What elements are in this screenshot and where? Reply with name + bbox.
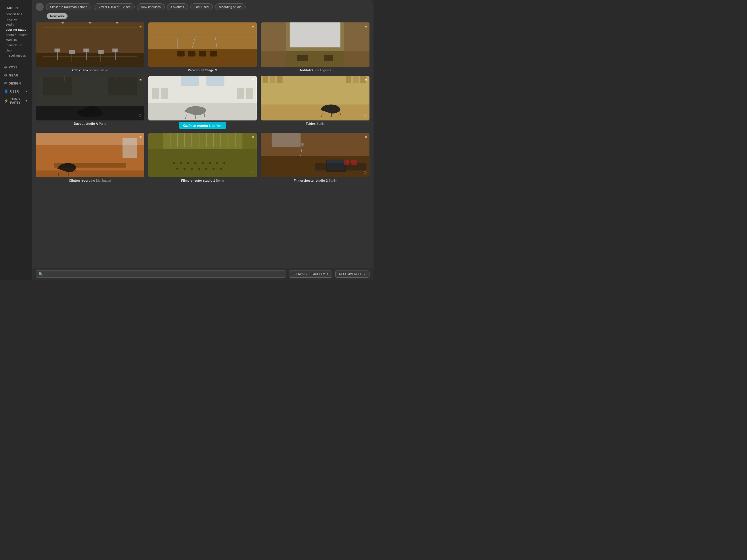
venue-card-kaufman[interactable]: ≡ ♡ Kaufman Astoria New York [148, 76, 257, 129]
svg-rect-10 [98, 50, 104, 54]
svg-point-125 [220, 168, 222, 170]
venue-thumb-todd-ao: ≡ [261, 22, 369, 67]
venue-card-teldex[interactable]: ≡ ♡ Teldex Berlin [261, 76, 369, 129]
search-icon: 🔍 [38, 272, 43, 276]
venue-thumb-filmorchester-1: ≡ ♡ [148, 133, 257, 177]
recommended-button[interactable]: RECOMMENDED ⌄ [335, 270, 369, 278]
back-button[interactable]: ← [36, 3, 44, 11]
showing-default-irs-button[interactable]: SHOWING DEFAULT IRs ⊕ [289, 270, 333, 278]
venue-thumb-20th-fox: ≡ [36, 22, 144, 67]
sidebar-item-design[interactable]: ≋ DESIGN [0, 79, 32, 87]
venue-menu-icon-davout[interactable]: ≡ [139, 78, 142, 82]
filter-bar: ← Similar to Kaufman Astoria Similar RT6… [32, 0, 374, 21]
svg-rect-60 [181, 76, 199, 86]
venue-menu-icon-filmorchester-1[interactable]: ≡ [252, 135, 255, 139]
svg-rect-129 [272, 133, 301, 147]
sidebar-item-user[interactable]: 👤 USER ▼ [0, 87, 32, 96]
svg-point-117 [216, 162, 218, 164]
venue-heart-icon-filmorchester-2[interactable]: ♡ [363, 171, 367, 175]
svg-rect-90 [123, 138, 137, 158]
venue-card-filmorchester-1[interactable]: ≡ ♡ Filmorchester studio 1 Berlin [148, 133, 257, 182]
svg-rect-64 [237, 88, 244, 99]
svg-rect-49 [43, 77, 72, 96]
svg-rect-41 [324, 55, 333, 61]
sidebar-item-scoring-stage[interactable]: scoring stage [0, 27, 32, 32]
svg-rect-8 [83, 49, 89, 52]
svg-rect-100 [163, 133, 242, 149]
filter-similar-kaufman[interactable]: Similar to Kaufman Astoria [46, 3, 92, 10]
svg-text:©: © [128, 177, 131, 177]
music-icon: ♪ [4, 6, 6, 10]
venue-menu-icon-kaufman[interactable]: ≡ [252, 78, 255, 82]
venue-heart-icon-filmorchester-1[interactable]: ♡ [251, 171, 254, 175]
venue-thumb-paramount: ≡ [148, 22, 257, 67]
venue-grid: ≡ 20th c. Fox scoring stage [32, 21, 374, 268]
svg-rect-39 [344, 22, 369, 67]
venue-menu-icon-paramount[interactable]: ≡ [252, 24, 255, 29]
venue-menu-icon-clinton[interactable]: ≡ [139, 135, 142, 139]
svg-rect-27 [210, 51, 217, 57]
sidebar-item-opera-theatre[interactable]: opera & theatre [0, 32, 32, 37]
third-party-chevron-icon: ▼ [25, 100, 28, 102]
recommended-chevron-icon: ⌄ [364, 273, 366, 275]
venue-label-clinton: Clinton recording Manhattan [36, 179, 144, 182]
venue-thumb-clinton: © ≡ [36, 133, 144, 177]
sidebar-item-gear[interactable]: ⚙ GEAR [0, 71, 32, 79]
venue-card-todd-ao[interactable]: ≡ Todd-AO Los Angeles [261, 22, 369, 72]
sidebar-item-stadium[interactable]: stadium [0, 37, 32, 43]
svg-point-121 [190, 168, 193, 170]
venue-heart-icon-teldex[interactable]: ♡ [363, 114, 367, 118]
svg-point-123 [205, 168, 207, 170]
sidebar-item-religious[interactable]: religious [0, 17, 32, 22]
search-wrap: 🔍 [36, 270, 286, 278]
filter-recording-studio[interactable]: recording studio [215, 3, 246, 10]
sidebar: ♪ MUSIC concert hall religious studio sc… [0, 0, 32, 280]
venue-menu-icon-20th-fox[interactable]: ≡ [139, 24, 142, 29]
venue-label-filmorchester-2: Filmorchester studio 2 Berlin [261, 179, 369, 182]
sidebar-item-mausoleum[interactable]: mausoleum [0, 43, 32, 48]
svg-point-114 [195, 162, 197, 164]
svg-point-136 [301, 143, 304, 146]
svg-rect-69 [148, 103, 257, 121]
location-tag[interactable]: New York [47, 13, 68, 19]
svg-rect-61 [206, 76, 224, 86]
venue-label-davout: Davout studio A Paris [36, 122, 144, 125]
sidebar-item-miscellaneous[interactable]: miscellaneous [0, 53, 32, 58]
user-chevron-icon: ▼ [25, 90, 28, 93]
venue-heart-icon-kaufman[interactable]: ♡ [251, 114, 254, 118]
svg-rect-26 [199, 51, 206, 57]
filter-favorites[interactable]: Favorites [167, 3, 188, 10]
sidebar-item-concert-hall[interactable]: concert hall [0, 11, 32, 17]
filter-last-used[interactable]: Last Used [190, 3, 213, 10]
svg-point-115 [202, 162, 204, 164]
venue-label-paramount: Paramount Stage M [148, 69, 257, 72]
venue-card-clinton[interactable]: © ≡ Clinton recording Manhattan [36, 133, 144, 182]
music-label: MUSIC [7, 6, 18, 10]
svg-point-111 [173, 162, 175, 164]
svg-rect-133 [344, 160, 350, 165]
venue-menu-icon-teldex[interactable]: ≡ [365, 78, 367, 82]
svg-point-118 [223, 162, 226, 164]
venue-menu-icon-todd-ao[interactable]: ≡ [365, 24, 367, 29]
svg-point-124 [212, 168, 214, 170]
search-input[interactable] [36, 270, 286, 278]
venue-heart-icon-davout[interactable]: ♡ [138, 114, 142, 118]
sidebar-item-club[interactable]: club [0, 48, 32, 53]
svg-rect-73 [270, 76, 276, 83]
sidebar-item-studio[interactable]: studio [0, 22, 32, 27]
venue-thumb-filmorchester-2: ≡ ♡ [261, 133, 369, 177]
venue-card-paramount[interactable]: ≡ Paramount Stage M [148, 22, 257, 72]
venue-card-davout[interactable]: ≡ ♡ Davout studio A Paris [36, 76, 144, 129]
music-section: ♪ MUSIC concert hall religious studio sc… [0, 5, 32, 58]
venue-card-20th-fox[interactable]: ≡ 20th c. Fox scoring stage [36, 22, 144, 72]
filter-new-impulses[interactable]: New Impulses [137, 3, 165, 10]
venue-menu-icon-filmorchester-2[interactable]: ≡ [365, 135, 367, 139]
venue-card-filmorchester-2[interactable]: ≡ ♡ Filmorchester studio 2 Berlin [261, 133, 369, 182]
sidebar-item-post[interactable]: ⊙ POST [0, 63, 32, 71]
user-icon: 👤 [4, 89, 8, 94]
filter-similar-rt60[interactable]: Similar RT60 of 1.2 sec [94, 3, 134, 10]
svg-rect-62 [152, 88, 159, 99]
svg-rect-37 [291, 23, 340, 47]
svg-rect-132 [315, 163, 366, 170]
sidebar-item-third-party[interactable]: ⚡ THIRD PARTY ▼ [0, 96, 32, 106]
